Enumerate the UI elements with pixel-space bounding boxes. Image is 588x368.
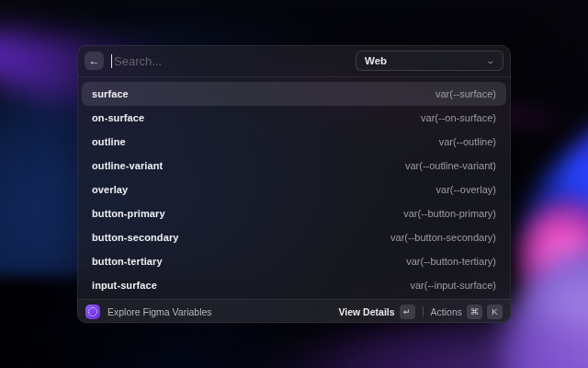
- list-item[interactable]: overlayvar(--overlay): [82, 178, 506, 201]
- variable-name: overlay: [92, 184, 128, 195]
- variable-css-value: var(--button-tertiary): [406, 256, 496, 267]
- search-header: ← Web ⌄: [77, 45, 511, 77]
- footer-bar: Explore Figma Variables View Details ↵ A…: [77, 299, 511, 323]
- variable-name: input-surface: [92, 280, 157, 291]
- variable-name: surface: [92, 88, 129, 99]
- variable-css-value: var(--on-surface): [421, 112, 496, 123]
- list-item[interactable]: button-tertiaryvar(--button-tertiary): [82, 249, 506, 273]
- variable-name: outline-variant: [92, 160, 163, 171]
- variable-css-value: var(--overlay): [436, 184, 496, 195]
- search-input[interactable]: [112, 54, 356, 68]
- list-item[interactable]: button-secondaryvar(--button-secondary): [82, 225, 506, 249]
- command-palette: ← Web ⌄ surfacevar(--surface)on-surfacev…: [77, 45, 511, 323]
- list-item[interactable]: on-surfacevar(--on-surface): [82, 106, 506, 130]
- list-item[interactable]: outlinevar(--outline): [82, 130, 506, 154]
- k-key-icon: K: [487, 305, 503, 319]
- variable-css-value: var(--button-secondary): [390, 232, 496, 243]
- variable-name: button-primary: [92, 208, 165, 219]
- footer-separator: [423, 306, 424, 316]
- list-item[interactable]: button-primaryvar(--button-primary): [82, 201, 506, 225]
- variable-css-value: var(--surface): [435, 88, 496, 99]
- variable-name: button-secondary: [92, 232, 179, 243]
- actions-label: Actions: [431, 306, 462, 317]
- results-list: surfacevar(--surface)on-surfacevar(--on-…: [77, 77, 511, 299]
- view-details-label: View Details: [338, 306, 394, 317]
- variable-name: outline: [92, 136, 126, 147]
- variable-css-value: var(--input-surface): [410, 280, 496, 291]
- actions-menu-button[interactable]: Actions ⌘ K: [431, 305, 503, 319]
- back-arrow-icon: ←: [89, 55, 100, 66]
- enter-key-icon: ↵: [400, 305, 415, 319]
- list-item[interactable]: surfacevar(--surface): [82, 82, 506, 106]
- command-key-icon: ⌘: [467, 305, 482, 319]
- figma-variables-logo-icon: [85, 305, 100, 319]
- platform-dropdown-value: Web: [365, 55, 387, 66]
- list-item[interactable]: input-surfacevar(--input-surface): [82, 273, 506, 297]
- variable-css-value: var(--outline-variant): [405, 160, 496, 171]
- platform-dropdown[interactable]: Web ⌄: [356, 51, 503, 71]
- variable-name: on-surface: [92, 112, 144, 123]
- back-button[interactable]: ←: [85, 52, 104, 70]
- variable-css-value: var(--button-primary): [403, 208, 496, 219]
- list-item[interactable]: outline-variantvar(--outline-variant): [82, 154, 506, 178]
- chevron-down-icon: ⌄: [486, 56, 496, 65]
- search-field-wrap: [111, 54, 356, 68]
- variable-name: button-tertiary: [92, 256, 163, 267]
- view-details-action[interactable]: View Details ↵: [338, 305, 414, 319]
- variable-css-value: var(--outline): [439, 136, 496, 147]
- logo-ring-glyph: [88, 307, 97, 316]
- extension-title: Explore Figma Variables: [107, 306, 338, 317]
